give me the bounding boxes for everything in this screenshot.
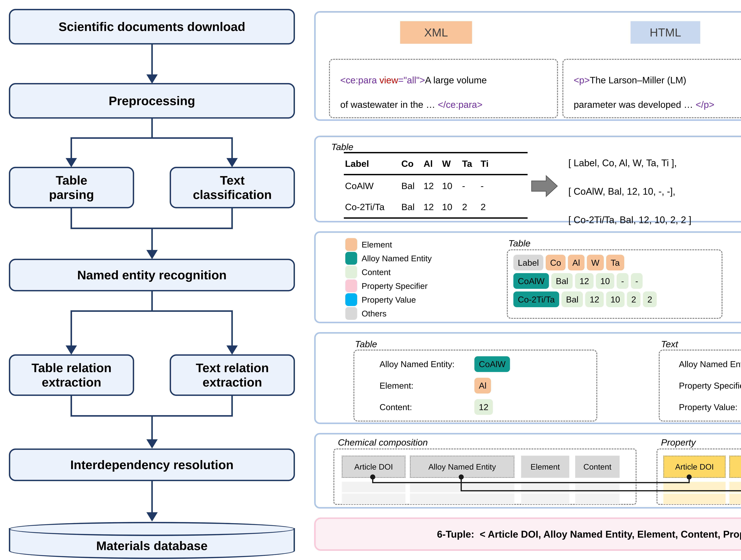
flow-node-named-entity-recognition: Named entity recognition — [9, 259, 295, 291]
property-table: Article DOI Alloy Named Entity Property … — [657, 448, 741, 505]
xml-close-tag: </ce:para> — [438, 99, 482, 110]
xml-attr-name: view — [380, 75, 398, 85]
flow-connector — [231, 137, 233, 159]
empty-cell — [575, 494, 620, 504]
flow-connector — [151, 481, 153, 513]
six-tuple-text: 6-Tuple: < Article DOI, Alloy Named Enti… — [437, 528, 741, 540]
xml-badge-label: XML — [424, 26, 448, 39]
xml-attr-value: ="all"> — [398, 75, 425, 85]
flow-connector — [151, 415, 153, 440]
legend-item-alloy: Alloy Named Entity — [345, 252, 432, 265]
cell: 2 — [481, 202, 496, 212]
six-tuple-banner: 6-Tuple: < Article DOI, Alloy Named Enti… — [314, 517, 741, 551]
table-relations-box: Alloy Named Entity: CoAlW Element: Al Co… — [353, 350, 597, 422]
flow-connector — [71, 310, 233, 312]
flow-node-table-parsing: Table parsing — [9, 167, 134, 208]
token-content: - — [617, 273, 628, 289]
text-relations-box: Alloy Named Entity: Co–9Al–9.8W Property… — [659, 350, 741, 422]
flow-connector — [71, 208, 72, 229]
cell: 12 — [423, 181, 442, 191]
cell: Bal — [401, 181, 423, 191]
relation-row: Content: 12 — [380, 399, 596, 415]
legend-label: Property Value — [361, 295, 416, 305]
token-content: 12 — [575, 273, 594, 289]
token-content: 2 — [627, 292, 641, 307]
html-text: parameter was developed … — [574, 99, 696, 110]
token-content: 12 — [474, 399, 493, 415]
col-header: Ta — [462, 158, 481, 169]
flow-connector — [151, 291, 153, 312]
flow-node-label: Table parsing — [40, 173, 104, 202]
cell: Bal — [401, 202, 423, 212]
source-table-row: Co-2Ti/Ta Bal 12 10 2 2 — [344, 196, 528, 217]
chemical-composition-table: Article DOI Alloy Named Entity Element C… — [333, 448, 636, 505]
array-line: [ Label, Co, Al, W, Ta, Ti ], — [568, 149, 691, 177]
flow-node-interdependency-resolution: Interdependency resolution — [9, 448, 295, 481]
panel-ner: Element Alloy Named Entity Content Prope… — [314, 231, 741, 323]
cell: 10 — [442, 181, 462, 191]
html-open-tag: <p> — [574, 75, 590, 85]
parsed-arrays: [ Label, Co, Al, W, Ta, Ti ], [ CoAlW, B… — [568, 149, 691, 234]
token-content: - — [631, 273, 643, 289]
arrow-down-icon — [146, 512, 158, 521]
relation-label: Property Value: — [679, 402, 741, 412]
chem-header-element: Element — [521, 456, 569, 478]
relation-row: Element: Al — [380, 378, 596, 393]
legend-label: Alloy Named Entity — [361, 254, 432, 263]
legend-label: Element — [361, 240, 392, 249]
arrow-down-icon — [226, 158, 238, 167]
relation-row: Alloy Named Entity: CoAlW — [380, 356, 596, 372]
flow-node-label: Text classification — [189, 173, 275, 202]
header-label: Element — [530, 462, 560, 471]
legend-item-value: Property Value — [345, 293, 432, 306]
flow-connector — [71, 310, 72, 346]
empty-cell — [521, 494, 569, 504]
legend-item-others: Others — [345, 307, 432, 320]
header-label: Alloy Named Entity — [428, 462, 496, 471]
panel-source-formats: XML HTML TXT <ce:para view="all">A large… — [314, 11, 741, 121]
empty-cell — [729, 494, 741, 504]
token-content: 2 — [643, 292, 657, 307]
token-content: 12 — [585, 292, 604, 307]
legend-label: Property Specifier — [361, 281, 427, 291]
flow-node-label: Materials database — [96, 539, 208, 553]
content-color-chip — [345, 266, 357, 278]
col-header: Ti — [481, 158, 496, 169]
value-color-chip — [345, 293, 357, 306]
relation-row: Alloy Named Entity: Co–9Al–9.8W — [679, 356, 741, 372]
cell: 10 — [442, 202, 462, 212]
source-table-header-row: Label Co Al W Ta Ti — [344, 153, 528, 175]
others-color-chip — [345, 307, 357, 320]
right-block-arrow-icon — [531, 175, 558, 197]
token-alloy: CoAlW — [513, 273, 549, 289]
legend-label: Content — [361, 267, 391, 277]
col-header: Al — [423, 158, 442, 169]
token-row: Label Co Al W Ta — [513, 255, 716, 270]
html-text: The Larson–Miller (LM) — [590, 75, 686, 85]
xml-open-tag: <ce:para — [340, 75, 380, 85]
html-snippet-box: <p>The Larson–Miller (LM) parameter was … — [562, 59, 741, 118]
token-row: CoAlW Bal 12 10 - - — [513, 273, 716, 289]
relation-label: Alloy Named Entity: — [380, 359, 474, 369]
token-row: Co-2Ti/Ta Bal 12 10 2 2 — [513, 292, 716, 307]
header-label: Article DOI — [675, 462, 714, 471]
token-others: Label — [513, 255, 543, 270]
token-element: W — [587, 255, 604, 270]
xml-code-line2: of wastewater in the … </ce:para> — [340, 92, 547, 117]
flow-connector — [231, 396, 233, 417]
array-line: [ Co-2Ti/Ta, Bal, 12, 10, 2, 2 ] — [568, 206, 691, 234]
empty-cell — [342, 494, 405, 504]
xml-snippet-box: <ce:para view="all">A large volume of wa… — [329, 59, 558, 118]
alloy-color-chip — [345, 252, 357, 265]
flow-connector — [231, 208, 233, 229]
flow-node-label: Table relation extraction — [30, 361, 113, 389]
col-header: Co — [401, 158, 423, 169]
xml-text: A large volume — [425, 75, 487, 85]
token-element: Ta — [606, 255, 624, 270]
relation-label: Alloy Named Entity: — [679, 359, 741, 369]
flow-node-label: Interdependency resolution — [70, 458, 233, 472]
property-label: Property — [661, 437, 696, 448]
element-color-chip — [345, 238, 357, 251]
arrow-down-icon — [146, 439, 158, 448]
html-close-tag: </p> — [696, 99, 714, 110]
